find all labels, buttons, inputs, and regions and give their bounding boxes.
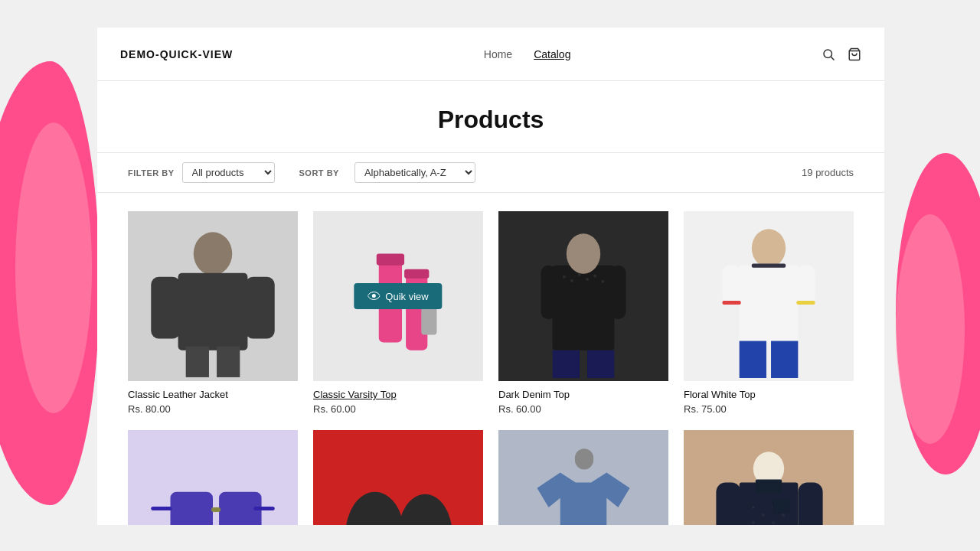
svg-rect-34 <box>722 266 740 304</box>
product-price: Rs. 60.00 <box>498 403 668 415</box>
product-card[interactable]: Blue T-ShirtRs. 35.00 <box>498 430 668 525</box>
eye-icon <box>368 290 380 302</box>
svg-point-69 <box>782 514 785 517</box>
product-name: Dark Denim Top <box>498 389 668 400</box>
cart-button[interactable] <box>848 47 861 61</box>
svg-point-28 <box>601 280 604 283</box>
svg-point-67 <box>762 514 765 517</box>
product-card[interactable]: Navy Dotted ShirtRs. 55.00 <box>684 430 854 525</box>
product-grid: Classic Leather JacketRs. 80.00 Quik vie… <box>97 193 884 525</box>
svg-point-4 <box>194 232 232 276</box>
product-image-wrap: Quik view <box>313 211 483 381</box>
svg-point-0 <box>824 50 832 58</box>
page-title-section: Products <box>97 81 884 152</box>
navbar: DEMO-QUICK-VIEW Home Catalog <box>97 28 884 81</box>
svg-rect-29 <box>553 350 580 378</box>
navbar-icons <box>822 47 861 61</box>
product-price: Rs. 60.00 <box>313 403 483 415</box>
blob-right-light <box>896 214 965 444</box>
svg-rect-9 <box>217 347 240 377</box>
quick-view-button[interactable]: Quik view <box>354 283 442 309</box>
svg-point-25 <box>578 273 581 276</box>
products-count: 19 products <box>802 167 854 178</box>
filter-bar: FILTER BY All products Tops Jackets Shoe… <box>97 152 884 193</box>
svg-rect-7 <box>245 277 274 339</box>
product-image-wrap <box>313 430 483 525</box>
product-price: Rs. 80.00 <box>128 403 298 415</box>
svg-rect-36 <box>796 266 815 304</box>
svg-point-27 <box>593 275 596 278</box>
product-price: Rs. 75.00 <box>684 403 854 415</box>
nav-catalog[interactable]: Catalog <box>534 48 570 60</box>
svg-rect-64 <box>798 483 822 525</box>
product-card[interactable]: Classic Leather JacketRs. 80.00 <box>128 211 298 415</box>
main-container: DEMO-QUICK-VIEW Home Catalog Products FI… <box>97 28 884 525</box>
filter-by-label: FILTER BY <box>128 168 175 178</box>
svg-rect-40 <box>771 341 798 378</box>
svg-rect-74 <box>773 500 789 514</box>
product-image-wrap <box>684 211 854 381</box>
page-title: Products <box>97 106 884 134</box>
svg-point-32 <box>752 229 786 267</box>
svg-point-17 <box>372 294 376 298</box>
product-card[interactable]: Quik viewClassic Varsity TopRs. 60.00 <box>313 211 483 415</box>
product-image-wrap <box>684 430 854 525</box>
svg-rect-6 <box>151 277 180 339</box>
svg-rect-45 <box>151 507 172 510</box>
search-button[interactable] <box>822 47 835 61</box>
svg-rect-42 <box>171 492 214 525</box>
product-card[interactable]: Black Ankle BootsRs. 90.00 <box>313 430 483 525</box>
svg-rect-8 <box>186 347 209 377</box>
svg-point-22 <box>567 233 600 273</box>
svg-point-70 <box>752 521 755 524</box>
svg-rect-5 <box>178 273 248 350</box>
sort-select[interactable]: Alphabetically, A-Z Alphabetically, Z-A … <box>354 162 475 183</box>
product-image-wrap <box>128 430 298 525</box>
svg-rect-30 <box>587 350 614 378</box>
svg-rect-20 <box>541 266 557 320</box>
svg-point-66 <box>752 506 755 509</box>
sort-section: SORT BY Alphabetically, A-Z Alphabetical… <box>299 162 475 183</box>
product-image-wrap <box>498 430 668 525</box>
svg-point-26 <box>586 278 589 281</box>
blob-left-light <box>15 122 92 413</box>
brand-logo: DEMO-QUICK-VIEW <box>120 48 233 60</box>
svg-rect-63 <box>716 483 740 525</box>
filter-select[interactable]: All products Tops Jackets Shoes Accessor… <box>182 162 275 183</box>
svg-rect-35 <box>722 301 740 305</box>
svg-rect-37 <box>796 301 815 305</box>
product-image-wrap <box>128 211 298 381</box>
cart-icon <box>848 47 861 61</box>
product-name: Classic Varsity Top <box>313 389 483 400</box>
product-card[interactable]: Floral White TopRs. 75.00 <box>684 211 854 415</box>
nav-home[interactable]: Home <box>484 48 512 60</box>
product-card[interactable]: Dark Denim TopRs. 60.00 <box>498 211 668 415</box>
svg-rect-39 <box>740 341 766 378</box>
svg-rect-12 <box>377 254 404 266</box>
svg-point-24 <box>570 279 573 282</box>
product-image-wrap <box>498 211 668 381</box>
svg-rect-44 <box>211 507 220 512</box>
svg-rect-38 <box>752 264 786 268</box>
product-name: Classic Leather Jacket <box>128 389 298 400</box>
svg-rect-46 <box>253 507 274 510</box>
sort-by-label: SORT BY <box>299 168 339 178</box>
product-link[interactable]: Classic Varsity Top <box>313 389 397 400</box>
svg-point-23 <box>563 276 566 279</box>
svg-point-72 <box>772 521 775 524</box>
svg-rect-33 <box>740 266 799 343</box>
svg-line-1 <box>831 57 834 60</box>
nav-links: Home Catalog <box>484 48 571 60</box>
svg-rect-59 <box>576 449 593 468</box>
svg-rect-65 <box>756 480 782 494</box>
svg-rect-21 <box>610 266 626 320</box>
quick-view-label: Quik view <box>385 291 428 302</box>
svg-rect-19 <box>553 266 615 350</box>
product-name: Floral White Top <box>684 389 854 400</box>
product-card[interactable]: SunglassesRs. 40.00 <box>128 430 298 525</box>
svg-rect-14 <box>404 269 429 279</box>
search-icon <box>822 47 835 61</box>
